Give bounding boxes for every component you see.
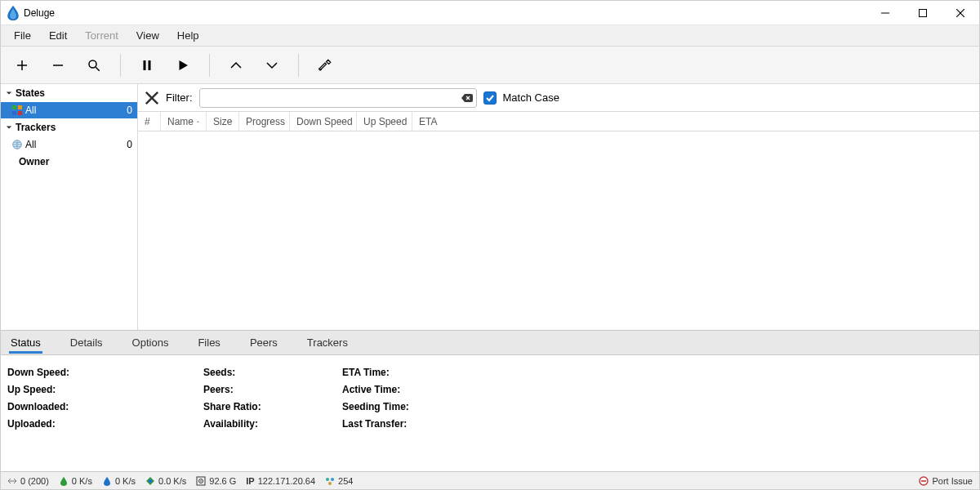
statusbar: 0 (200) 0 K/s 0 K/s 0.0 K/s 92.6 G IP 12… — [1, 471, 979, 489]
filter-input[interactable] — [199, 88, 477, 108]
col-header-name[interactable]: Name — [161, 112, 207, 131]
queue-down-button[interactable] — [257, 51, 287, 80]
svg-point-9 — [320, 69, 322, 70]
tab-files[interactable]: Files — [196, 332, 221, 354]
tab-peers[interactable]: Peers — [248, 332, 279, 354]
col-header-progress[interactable]: Progress — [239, 112, 290, 131]
maximize-button[interactable] — [904, 1, 942, 25]
menu-help[interactable]: Help — [169, 26, 207, 45]
search-button[interactable] — [79, 51, 109, 80]
window-title: Deluge — [24, 7, 55, 19]
svg-rect-4 — [53, 65, 63, 66]
status-up-speed-label: Up Speed: — [7, 384, 171, 395]
sidebar: States All 0 Trackers All 0 Owner — [1, 84, 138, 330]
sidebar-group-states-label: States — [16, 87, 45, 99]
svg-point-24 — [328, 482, 332, 485]
toolbar-separator — [209, 54, 210, 77]
toolbar-separator — [298, 54, 299, 77]
menu-file[interactable]: File — [6, 26, 39, 45]
svg-rect-12 — [12, 111, 16, 115]
menu-view[interactable]: View — [128, 26, 167, 45]
sidebar-group-owner[interactable]: Owner — [1, 153, 137, 171]
svg-rect-8 — [149, 60, 151, 70]
torrent-list-body[interactable] — [138, 131, 979, 330]
status-down-speed[interactable]: 0 K/s — [59, 476, 92, 486]
tools-icon — [318, 58, 332, 73]
chevron-up-icon — [229, 58, 243, 73]
preferences-button[interactable] — [310, 51, 340, 80]
svg-rect-13 — [18, 111, 22, 115]
status-peers-label: Peers: — [203, 384, 310, 395]
status-active-time-label: Active Time: — [342, 384, 409, 395]
menu-edit[interactable]: Edit — [41, 26, 75, 45]
sidebar-item-count: 0 — [127, 139, 132, 150]
status-port-issue[interactable]: Port Issue — [919, 476, 973, 486]
main-area: Filter: Match Case # Name Size Progress … — [138, 84, 979, 330]
status-dht-nodes[interactable]: 254 — [325, 476, 353, 486]
sidebar-item-states-all[interactable]: All 0 — [1, 102, 137, 118]
sidebar-group-trackers[interactable]: Trackers — [1, 118, 137, 136]
plus-icon — [15, 58, 29, 73]
col-header-down-speed[interactable]: Down Speed — [290, 112, 357, 131]
svg-point-21 — [200, 480, 202, 482]
status-protocol-traffic[interactable]: 0.0 K/s — [145, 476, 186, 486]
clear-input-icon[interactable] — [461, 91, 474, 105]
svg-line-6 — [96, 67, 100, 71]
add-torrent-button[interactable] — [7, 51, 37, 80]
globe-icon — [12, 140, 22, 149]
menubar: File Edit Torrent View Help — [1, 25, 979, 47]
tab-details[interactable]: Details — [69, 332, 105, 354]
sidebar-item-trackers-all[interactable]: All 0 — [1, 136, 137, 153]
status-availability-label: Availability: — [203, 418, 310, 430]
sidebar-item-count: 0 — [127, 105, 132, 116]
status-downloaded-label: Downloaded: — [7, 401, 171, 412]
toolbar-separator — [120, 54, 121, 77]
protocol-icon — [145, 476, 155, 486]
match-case-checkbox[interactable] — [483, 91, 497, 105]
tab-trackers[interactable]: Trackers — [305, 332, 350, 354]
col-header-eta[interactable]: ETA — [412, 112, 979, 131]
sidebar-group-trackers-label: Trackers — [16, 122, 56, 133]
close-button[interactable] — [942, 1, 979, 25]
titlebar: Deluge — [1, 1, 979, 25]
sidebar-group-states[interactable]: States — [1, 84, 137, 102]
disk-icon — [196, 476, 206, 486]
minimize-button[interactable] — [866, 1, 904, 25]
col-header-up-speed[interactable]: Up Speed — [357, 112, 412, 131]
status-uploaded-label: Uploaded: — [7, 418, 171, 430]
caret-down-icon — [6, 124, 12, 131]
status-tab-body: Down Speed: Up Speed: Downloaded: Upload… — [1, 355, 979, 471]
match-case-label: Match Case — [503, 91, 559, 104]
deluge-logo-icon — [7, 6, 19, 20]
all-states-icon — [12, 105, 22, 115]
status-disk-space[interactable]: 92.6 G — [196, 476, 236, 486]
tab-options[interactable]: Options — [131, 332, 171, 354]
menu-torrent: Torrent — [77, 26, 126, 45]
svg-point-23 — [331, 478, 334, 481]
queue-up-button[interactable] — [221, 51, 251, 80]
svg-point-22 — [326, 478, 329, 481]
status-share-ratio-label: Share Ratio: — [203, 401, 310, 412]
svg-rect-7 — [144, 60, 146, 70]
resume-button[interactable] — [168, 51, 198, 80]
status-seeding-time-label: Seeding Time: — [342, 401, 409, 412]
details-panel: Status Details Options Files Peers Track… — [1, 330, 979, 471]
status-external-ip[interactable]: IP 122.171.20.64 — [246, 476, 315, 486]
minus-icon — [51, 58, 65, 73]
remove-torrent-button[interactable] — [43, 51, 73, 80]
dht-icon — [325, 476, 335, 486]
filter-close-button[interactable] — [145, 91, 159, 105]
svg-point-5 — [89, 60, 96, 68]
chevron-down-icon — [265, 58, 279, 73]
status-connections[interactable]: 0 (200) — [7, 476, 49, 486]
pause-icon — [140, 58, 154, 73]
tab-status[interactable]: Status — [9, 332, 42, 354]
sort-asc-icon — [197, 118, 199, 125]
sidebar-item-label: All — [25, 139, 36, 150]
col-header-size[interactable]: Size — [207, 112, 239, 131]
filter-label: Filter: — [166, 91, 193, 104]
pause-button[interactable] — [132, 51, 162, 80]
status-up-speed[interactable]: 0 K/s — [102, 476, 136, 486]
col-header-num[interactable]: # — [138, 112, 161, 131]
search-icon — [87, 58, 101, 73]
